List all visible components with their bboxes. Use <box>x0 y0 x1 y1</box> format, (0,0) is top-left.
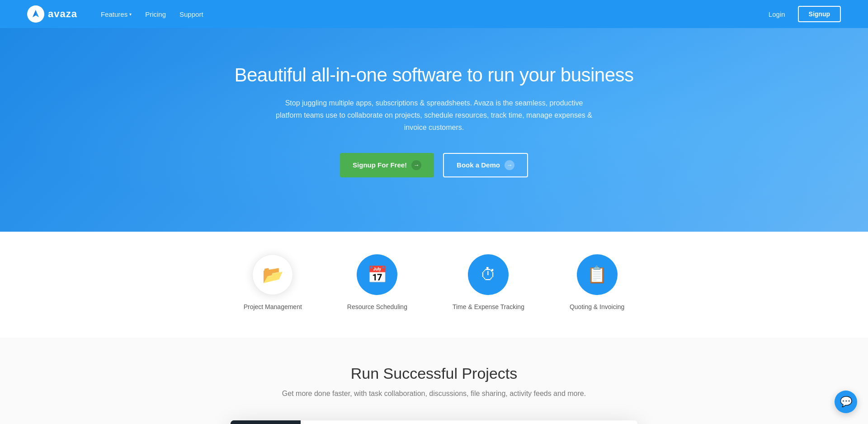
nav-pricing[interactable]: Pricing <box>140 7 171 22</box>
project-mgmt-icon-wrap: 📂 <box>252 254 293 295</box>
navbar-brand[interactable]: avaza <box>27 5 77 23</box>
feature-label-te: Time & Expense Tracking <box>453 303 524 310</box>
features-strip: 📂 Project Management 📅 Resource Scheduli… <box>0 232 868 338</box>
calendar-icon: 📅 <box>367 265 387 284</box>
chat-icon: 💬 <box>840 396 852 408</box>
hero-buttons: Signup For Free! → Book a Demo → <box>9 153 859 177</box>
feature-label-rs: Resource Scheduling <box>347 303 407 310</box>
hero-section: Beautiful all-in-one software to run you… <box>0 28 868 232</box>
feature-project-management[interactable]: 📂 Project Management <box>244 254 302 310</box>
main-nav: Features ▾ Pricing Support <box>95 7 763 22</box>
chevron-down-icon: ▾ <box>129 12 132 17</box>
resource-sched-icon-wrap: 📅 <box>357 254 397 295</box>
app-topbar: Annual Report 2018 ⚙ ⋮ DPK Designs Summa… <box>301 420 637 424</box>
nav-support[interactable]: Support <box>174 7 209 22</box>
clock-icon: ⏱ <box>480 265 496 284</box>
navbar: avaza Features ▾ Pricing Support Login S… <box>0 0 868 28</box>
hero-subtitle: Stop juggling multiple apps, subscriptio… <box>271 97 597 134</box>
feature-quoting-invoicing[interactable]: 📋 Quoting & Invoicing <box>570 254 624 310</box>
app-sidebar: AVAZA 👤 Contacts 📁 Projects › ☑ My Tasks <box>231 420 301 424</box>
feature-label-pm: Project Management <box>244 303 302 310</box>
folder-icon: 📂 <box>262 265 283 285</box>
feature-label-qi: Quoting & Invoicing <box>570 303 624 310</box>
brand-name: avaza <box>48 8 77 20</box>
invoice-icon: 📋 <box>587 265 607 284</box>
chat-widget[interactable]: 💬 <box>835 391 857 413</box>
feature-time-expense[interactable]: ⏱ Time & Expense Tracking <box>453 254 524 310</box>
sidebar-brand: AVAZA <box>231 420 301 424</box>
nav-features[interactable]: Features ▾ <box>95 7 137 22</box>
signup-button[interactable]: Signup <box>798 6 841 22</box>
feature-resource-scheduling[interactable]: 📅 Resource Scheduling <box>347 254 407 310</box>
hero-title: Beautiful all-in-one software to run you… <box>9 64 859 86</box>
arrow-icon: → <box>411 160 421 170</box>
section-subtitle: Get more done faster, with task collabor… <box>9 390 859 398</box>
book-demo-button[interactable]: Book a Demo → <box>443 153 528 177</box>
quoting-icon-wrap: 📋 <box>577 254 618 295</box>
navbar-actions: Login Signup <box>763 6 841 22</box>
app-layout: AVAZA 👤 Contacts 📁 Projects › ☑ My Tasks <box>231 420 637 424</box>
time-expense-icon-wrap: ⏱ <box>468 254 509 295</box>
logo-icon <box>27 5 44 23</box>
app-window: AVAZA 👤 Contacts 📁 Projects › ☑ My Tasks <box>231 420 637 424</box>
projects-section: Run Successful Projects Get more done fa… <box>0 338 868 424</box>
app-main: Annual Report 2018 ⚙ ⋮ DPK Designs Summa… <box>301 420 637 424</box>
section-title: Run Successful Projects <box>9 365 859 382</box>
app-screenshot: ‹ AVAZA 👤 Contacts <box>231 420 637 424</box>
signup-free-button[interactable]: Signup For Free! → <box>340 153 434 177</box>
arrow-icon: → <box>505 160 514 170</box>
login-button[interactable]: Login <box>763 7 791 22</box>
